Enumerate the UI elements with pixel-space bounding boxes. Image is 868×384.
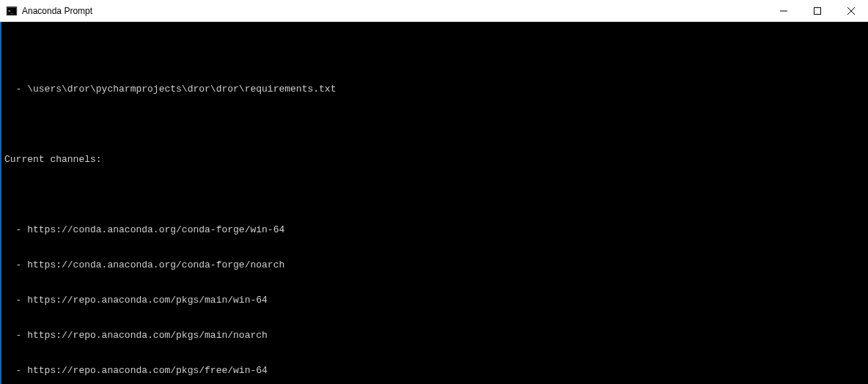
window-titlebar: >_ Anaconda Prompt — [0, 0, 868, 22]
close-button[interactable] — [834, 0, 868, 21]
window-title: Anaconda Prompt — [22, 6, 767, 16]
svg-rect-4 — [814, 7, 821, 14]
terminal-text: Current channels: — [1, 154, 868, 166]
terminal-text: - https://conda.anaconda.org/conda-forge… — [1, 224, 868, 236]
terminal-text: - https://repo.anaconda.com/pkgs/free/wi… — [1, 365, 868, 377]
svg-text:>_: >_ — [8, 8, 14, 14]
terminal-text: - https://repo.anaconda.com/pkgs/main/wi… — [1, 295, 868, 306]
terminal-text: - https://repo.anaconda.com/pkgs/main/no… — [1, 330, 868, 341]
terminal-text: - \users\dror\pycharmprojects\dror\dror\… — [1, 84, 868, 95]
app-icon: >_ — [6, 5, 18, 17]
maximize-button[interactable] — [801, 0, 834, 21]
minimize-button[interactable] — [767, 0, 801, 21]
window-controls — [767, 0, 868, 21]
terminal-text: - https://conda.anaconda.org/conda-forge… — [1, 259, 868, 271]
terminal-output[interactable]: - \users\dror\pycharmprojects\dror\dror\… — [0, 22, 868, 384]
